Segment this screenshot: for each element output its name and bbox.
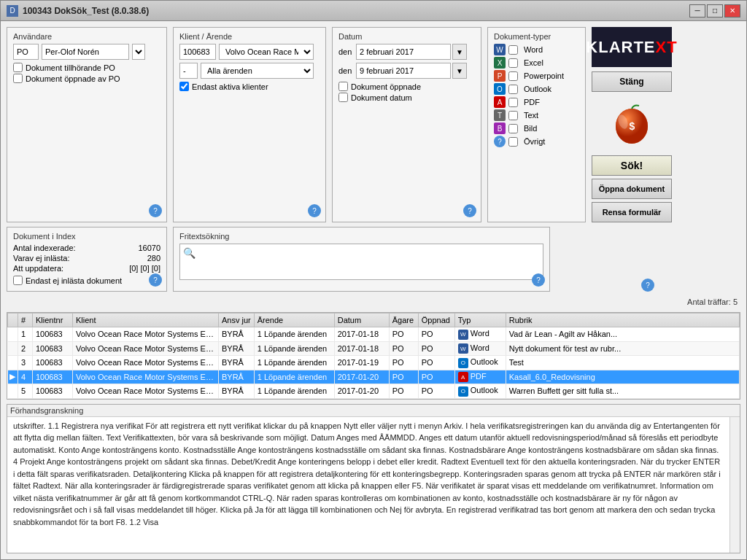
varav-value: 280 <box>147 254 160 262</box>
cb-ovrigt[interactable] <box>508 137 518 147</box>
row-arrow: ▶ <box>8 370 18 384</box>
arende-code-input[interactable] <box>179 63 198 79</box>
text-label: Text <box>524 111 538 120</box>
table-row[interactable]: 5100683Volvo Ocean Race Motor Systems En… <box>8 384 740 399</box>
user-help-button[interactable]: ? <box>149 204 162 217</box>
index-group-label: Dokument i Index <box>13 232 160 241</box>
date-help-button[interactable]: ? <box>463 204 476 217</box>
cb-pdf[interactable] <box>508 98 518 107</box>
search-icon: 🔍 <box>183 247 196 259</box>
client-id-input[interactable] <box>179 44 216 60</box>
top-section: Användare ▼ Dokument tillhörande PO Doku… <box>7 27 740 222</box>
cb-ej-inlasta[interactable] <box>13 276 23 285</box>
col-rubrik: Rubrik <box>506 314 739 327</box>
cb-dok-oppnade[interactable] <box>338 82 348 91</box>
cal-from-button[interactable]: ▼ <box>452 44 467 60</box>
right-panel: KLARTEXT Stäng <box>592 27 672 222</box>
cb-aktiva[interactable] <box>179 82 189 91</box>
uppdatera-value: [0] [0] [0] <box>129 264 160 273</box>
col-datum: Datum <box>334 314 389 327</box>
rensa-button[interactable]: Rensa formulär <box>592 202 672 222</box>
doctype-text: T Text <box>494 109 579 121</box>
cb-excel[interactable] <box>508 58 518 68</box>
doctype-group: Dokument-typer W Word X Excel P <box>487 27 586 222</box>
search-input-wrap: 🔍 <box>179 244 543 280</box>
row-klient: Volvo Ocean Race Motor Systems Energi GA… <box>73 370 219 384</box>
row-klientnr: 100683 <box>33 370 73 384</box>
user-code-input[interactable] <box>13 44 39 60</box>
user-group-label: Användare <box>13 32 160 41</box>
date-from-input[interactable] <box>356 44 451 60</box>
text-icon: T <box>494 109 506 121</box>
row-ansv: BYRÅ <box>219 356 255 370</box>
date-from-row: den ▼ <box>338 44 475 60</box>
cb-ej-inlasta-row: Endast ej inlästa dokument <box>13 276 160 285</box>
antal-value: 16070 <box>138 244 160 252</box>
date-to-row: den ▼ <box>338 63 475 79</box>
close-button[interactable]: ✕ <box>724 4 740 18</box>
pdf-icon: A <box>494 96 506 108</box>
col-num: # <box>18 314 33 327</box>
cb-dok-datum-label: Dokument datum <box>351 93 412 102</box>
minimize-button[interactable]: ─ <box>689 4 705 18</box>
cb-oppnade-user[interactable] <box>13 74 23 83</box>
bild-label: Bild <box>524 124 537 133</box>
cb-outlook[interactable] <box>508 85 518 94</box>
logo-area: KLARTEXT <box>592 27 672 67</box>
date-from-prefix: den <box>338 47 355 56</box>
cb-oppnade-user-row: Dokument öppnade av PO <box>13 74 160 83</box>
arende-select[interactable]: Alla ärenden <box>201 63 314 79</box>
user-dropdown[interactable]: ▼ <box>132 44 145 60</box>
stang-button[interactable]: Stäng <box>592 71 672 92</box>
client-help-button[interactable]: ? <box>308 204 321 217</box>
search-help-button[interactable]: ? <box>532 273 545 287</box>
preview-section: Förhandsgranskning utskrifter. 1.1 Regis… <box>7 404 740 554</box>
date-group: Datum den ▼ den ▼ Dokument öppnade <box>332 27 481 222</box>
search-group-label: Fritextsökning <box>179 232 543 241</box>
client-name-select[interactable]: Volvo Ocean Race Motor <box>219 44 314 60</box>
col-arrow <box>8 314 18 327</box>
table-row[interactable]: 3100683Volvo Ocean Race Motor Systems En… <box>8 356 740 370</box>
cb-dok-datum[interactable] <box>338 93 348 102</box>
user-name-input[interactable] <box>42 44 129 60</box>
row-rubrik: Vad är Lean - Agilt av Håkan... <box>506 327 739 342</box>
table-row[interactable]: ▶4100683Volvo Ocean Race Motor Systems E… <box>8 370 740 384</box>
row-num: 5 <box>18 384 33 399</box>
row-klientnr: 100683 <box>33 327 73 342</box>
oppna-button[interactable]: Öppna dokument <box>592 179 672 199</box>
cb-text[interactable] <box>508 111 518 120</box>
row-klientnr: 100683 <box>33 356 73 370</box>
logo-klarte: KLARTE <box>586 38 655 56</box>
cb-bild[interactable] <box>508 124 518 133</box>
row-num: 1 <box>18 327 33 342</box>
content-area: Användare ▼ Dokument tillhörande PO Doku… <box>1 21 746 559</box>
preview-inner: utskrifter. 1.1 Registrera nya verifikat… <box>7 417 740 553</box>
preview-scrollbar[interactable] <box>729 417 740 553</box>
row-typ: WWord <box>454 327 506 342</box>
pdf-label: PDF <box>524 98 540 106</box>
maximize-button[interactable]: □ <box>707 4 723 18</box>
row-num: 2 <box>18 341 33 356</box>
cb-powerpoint[interactable] <box>508 71 518 81</box>
doctype2-help-button[interactable]: ? <box>641 279 654 292</box>
cal-to-button[interactable]: ▼ <box>452 63 467 79</box>
row-oppnad: PO <box>418 327 454 342</box>
cb-word[interactable] <box>508 45 518 55</box>
cb-dok-oppnade-row: Dokument öppnade <box>338 82 475 91</box>
table-row[interactable]: 2100683Volvo Ocean Race Motor Systems En… <box>8 341 740 356</box>
cb-aktiva-row: Endast aktiva klienter <box>179 82 320 91</box>
col-agare: Ägare <box>389 314 418 327</box>
row-oppnad: PO <box>418 341 454 356</box>
row-rubrik: Warren Buffett ger sitt fulla st... <box>506 384 739 399</box>
doctype-pdf: A PDF <box>494 96 579 108</box>
table-row[interactable]: 1100683Volvo Ocean Race Motor Systems En… <box>8 327 740 342</box>
date-to-input[interactable] <box>356 63 451 79</box>
sok-button[interactable]: Sök! <box>592 155 672 176</box>
cb-tillhorande[interactable] <box>13 63 23 72</box>
row-datum: 2017-01-18 <box>334 341 389 356</box>
index-help-button[interactable]: ? <box>149 273 162 287</box>
row-typ-icon: A <box>458 372 468 382</box>
row-arende: 1 Löpande ärenden <box>254 384 334 399</box>
client-field-row: Volvo Ocean Race Motor <box>179 44 320 60</box>
search-input[interactable] <box>198 247 540 276</box>
